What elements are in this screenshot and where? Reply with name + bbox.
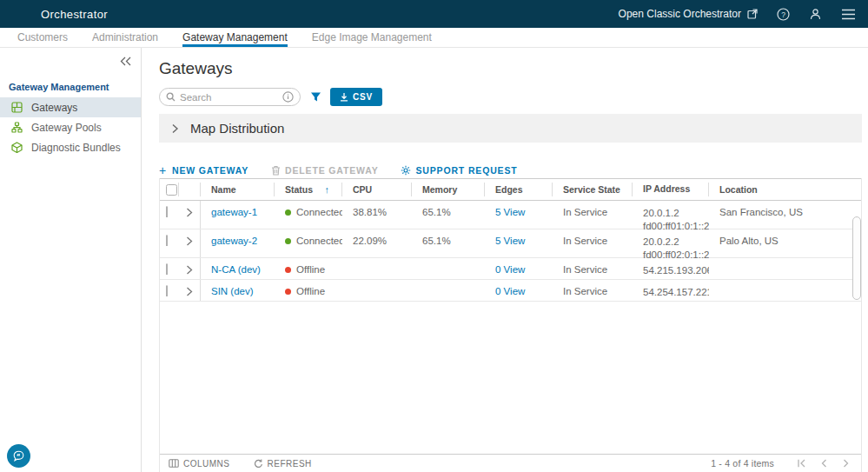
status-label: Connected bbox=[296, 207, 342, 217]
table-header-row: Name Status ↑ CPU Memory Edges Service S… bbox=[160, 178, 861, 201]
menu-icon[interactable] bbox=[841, 9, 856, 20]
column-header-status[interactable]: Status ↑ bbox=[275, 183, 342, 196]
feedback-button[interactable] bbox=[7, 444, 30, 468]
sidebar-item-label: Gateway Pools bbox=[31, 122, 102, 134]
row-checkbox[interactable] bbox=[166, 206, 168, 217]
tab-edge-image-management[interactable]: Edge Image Management bbox=[312, 28, 432, 47]
page-title: Gateways bbox=[159, 59, 868, 78]
open-classic-label: Open Classic Orchestrator bbox=[619, 8, 741, 20]
csv-export-button[interactable]: CSV bbox=[330, 88, 382, 106]
table-row: gateway-2 Connected 22.09% 65.1% 5 View … bbox=[160, 229, 861, 258]
memory-value: 65.1% bbox=[412, 229, 485, 246]
gateway-name-link[interactable]: N-CA (dev) bbox=[211, 264, 261, 275]
edges-view-link[interactable]: 5 View bbox=[495, 236, 525, 246]
service-state-value: In Service bbox=[553, 201, 633, 217]
search-info-icon[interactable] bbox=[282, 91, 294, 103]
pagination-controls bbox=[790, 459, 858, 468]
table-row: gateway-1 Connected 38.81% 65.1% 5 View … bbox=[160, 201, 861, 229]
service-state-value: In Service bbox=[553, 229, 633, 246]
refresh-icon bbox=[254, 459, 263, 469]
status-dot bbox=[285, 209, 291, 216]
gateway-name-link[interactable]: SIN (dev) bbox=[211, 286, 254, 296]
download-icon bbox=[340, 92, 348, 102]
location-value: San Francisco, US bbox=[709, 201, 861, 217]
collapse-sidebar-icon[interactable] bbox=[119, 55, 132, 70]
chevron-right-icon bbox=[171, 123, 179, 134]
open-classic-orchestrator-link[interactable]: Open Classic Orchestrator bbox=[619, 8, 758, 20]
next-page-icon[interactable] bbox=[835, 459, 858, 468]
column-header-ip-address[interactable]: IP Address bbox=[633, 183, 709, 196]
pagination-range: 1 - 4 of 4 items bbox=[711, 458, 774, 469]
external-link-icon bbox=[747, 9, 758, 19]
row-expand-icon[interactable] bbox=[179, 258, 201, 279]
gateway-name-link[interactable]: gateway-1 bbox=[211, 207, 257, 217]
column-header-name[interactable]: Name bbox=[201, 183, 275, 196]
table-actions: + NEW GATEWAY DELETE GATEWAY SUPPORT REQ… bbox=[159, 162, 868, 179]
column-header-service-state[interactable]: Service State bbox=[553, 183, 633, 196]
ip-address-value: 54.215.193.206 bbox=[633, 258, 709, 277]
columns-icon bbox=[169, 459, 179, 468]
memory-value bbox=[412, 258, 485, 264]
select-all-checkbox[interactable] bbox=[166, 184, 177, 196]
status-dot bbox=[285, 289, 291, 295]
filter-icon[interactable] bbox=[310, 91, 321, 103]
column-header-memory[interactable]: Memory bbox=[412, 183, 485, 196]
previous-page-icon[interactable] bbox=[812, 459, 835, 468]
table-scrollbar-thumb[interactable] bbox=[852, 216, 861, 300]
feedback-chat-icon bbox=[12, 449, 25, 462]
refresh-button[interactable]: REFRESH bbox=[254, 459, 312, 469]
search-box bbox=[159, 88, 301, 106]
cpu-value bbox=[342, 280, 412, 286]
cpu-value: 22.09% bbox=[342, 229, 412, 246]
memory-value: 65.1% bbox=[412, 201, 485, 217]
column-header-cpu[interactable]: CPU bbox=[342, 183, 412, 196]
search-input[interactable] bbox=[180, 92, 278, 103]
row-checkbox[interactable] bbox=[166, 235, 168, 246]
user-icon[interactable] bbox=[809, 8, 822, 21]
tab-customers[interactable]: Customers bbox=[17, 28, 68, 47]
status-dot bbox=[285, 267, 291, 273]
row-checkbox[interactable] bbox=[166, 285, 168, 296]
main-tab-bar: Customers Administration Gateway Managem… bbox=[0, 28, 868, 48]
gateways-grid-icon bbox=[11, 102, 23, 113]
support-request-button[interactable]: SUPPORT REQUEST bbox=[401, 165, 517, 176]
column-header-location[interactable]: Location bbox=[709, 183, 861, 196]
table-footer: COLUMNS REFRESH 1 - 4 of 4 items bbox=[160, 454, 861, 472]
main-content: Gateways bbox=[142, 48, 868, 472]
table-row: SIN (dev) Offline 0 View In Service 54.2… bbox=[160, 280, 861, 302]
columns-button[interactable]: COLUMNS bbox=[169, 459, 230, 469]
memory-value bbox=[412, 280, 485, 286]
status-label: Offline bbox=[296, 264, 325, 275]
status-label: Offline bbox=[296, 286, 325, 296]
row-expand-icon[interactable] bbox=[179, 229, 201, 257]
map-distribution-accordion[interactable]: Map Distribution bbox=[159, 114, 862, 143]
tab-administration[interactable]: Administration bbox=[92, 28, 158, 47]
gateway-name-link[interactable]: gateway-2 bbox=[211, 236, 257, 246]
tab-gateway-management[interactable]: Gateway Management bbox=[182, 28, 288, 47]
location-value: Palo Alto, US bbox=[709, 229, 861, 246]
service-state-value: In Service bbox=[553, 280, 633, 296]
row-expand-icon[interactable] bbox=[179, 280, 201, 301]
location-value bbox=[709, 280, 861, 286]
edges-view-link[interactable]: 0 View bbox=[495, 264, 525, 275]
ip-address-value: 20.0.1.2fd00:ff01:0:1::2 bbox=[633, 201, 709, 233]
help-icon[interactable]: ? bbox=[777, 8, 790, 21]
new-gateway-button[interactable]: + NEW GATEWAY bbox=[159, 163, 248, 177]
column-header-edges[interactable]: Edges bbox=[485, 183, 553, 196]
sidebar-item-gateways[interactable]: Gateways bbox=[0, 97, 141, 117]
row-expand-icon[interactable] bbox=[179, 201, 201, 229]
app-title: Orchestrator bbox=[41, 8, 108, 21]
search-icon bbox=[166, 92, 176, 102]
cpu-value: 38.81% bbox=[342, 201, 412, 217]
sidebar-item-gateway-pools[interactable]: Gateway Pools bbox=[0, 117, 141, 137]
ip-address-value: 20.0.2.2fd00:ff02:0:1::2 bbox=[633, 229, 709, 262]
columns-label: COLUMNS bbox=[183, 459, 230, 469]
sidebar-item-diagnostic-bundles[interactable]: Diagnostic Bundles bbox=[0, 137, 141, 157]
svg-text:?: ? bbox=[781, 10, 785, 18]
edges-view-link[interactable]: 5 View bbox=[495, 207, 525, 217]
toolbar: CSV bbox=[159, 88, 868, 106]
first-page-icon[interactable] bbox=[790, 459, 812, 468]
delete-gateway-button[interactable]: DELETE GATEWAY bbox=[271, 165, 378, 176]
edges-view-link[interactable]: 0 View bbox=[495, 286, 525, 296]
row-checkbox[interactable] bbox=[166, 263, 168, 275]
